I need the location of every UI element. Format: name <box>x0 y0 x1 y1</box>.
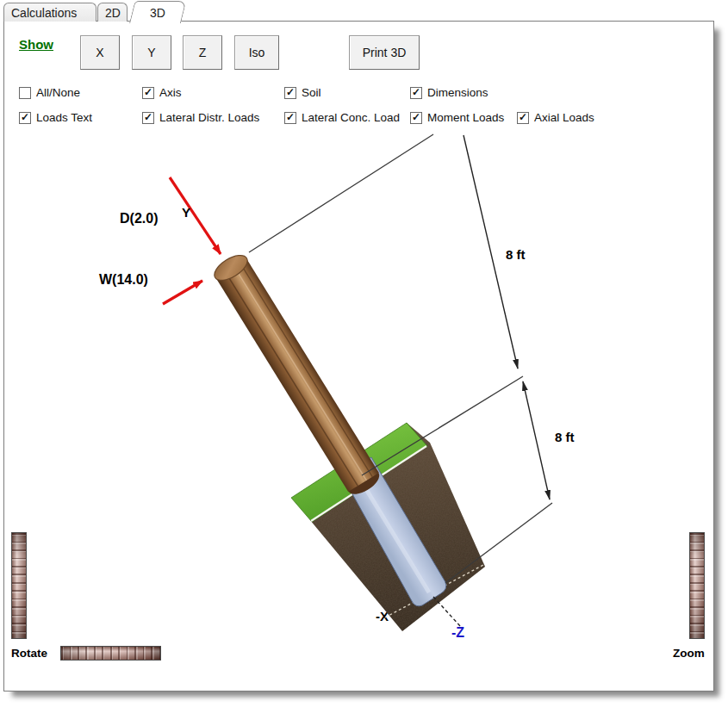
wood-grain-line <box>233 266 366 481</box>
rotate-vertical-slider[interactable] <box>11 532 27 639</box>
tab-2d-label: 2D <box>105 6 121 20</box>
checkbox-lateral-distr-loads[interactable]: Lateral Distr. Loads <box>142 111 259 124</box>
checkbox-axis-box[interactable] <box>142 87 154 99</box>
view-y-button[interactable]: Y <box>132 35 171 70</box>
view-iso-button-label: Iso <box>249 46 265 59</box>
checkbox-axis[interactable]: Axis <box>142 86 182 99</box>
axial-load-label: D(2.0) <box>120 211 158 226</box>
print-3d-button-label: Print 3D <box>363 46 407 59</box>
checkbox-moment-loads-box[interactable] <box>410 112 422 124</box>
checkbox-lateral-distr-loads-box[interactable] <box>142 112 154 124</box>
checkbox-dimensions-label: Dimensions <box>427 86 488 99</box>
checkbox-lateral-distr-loads-label: Lateral Distr. Loads <box>159 111 259 124</box>
checkbox-soil-box[interactable] <box>284 87 296 99</box>
lateral-load-arrow <box>163 281 202 304</box>
pole-body <box>215 258 379 492</box>
checkbox-axial-loads[interactable]: Axial Loads <box>517 111 594 124</box>
checkbox-soil[interactable]: Soil <box>284 86 321 99</box>
pole <box>210 251 383 499</box>
rotate-horizontal-slider[interactable] <box>60 646 161 660</box>
view-z-button-label: Z <box>199 46 207 59</box>
extension-line-ground <box>362 376 523 475</box>
axis-y-label: Y <box>182 205 190 220</box>
view-x-button[interactable]: X <box>80 35 120 70</box>
dimension-lower-label: 8 ft <box>555 430 575 444</box>
tab-3d-label: 3D <box>140 6 176 20</box>
checkbox-moment-loads[interactable]: Moment Loads <box>410 111 504 124</box>
extension-line-pole-top <box>249 134 433 252</box>
checkbox-axial-loads-label: Axial Loads <box>534 111 594 124</box>
tab-2d[interactable]: 2D <box>97 3 128 22</box>
app-window: Calculations 2D 3D Show X Y Z Iso Print … <box>0 0 728 707</box>
checkbox-dimensions[interactable]: Dimensions <box>410 86 488 99</box>
checkbox-lateral-conc-load[interactable]: Lateral Conc. Load <box>284 111 400 124</box>
tab-calculations[interactable]: Calculations <box>3 3 96 22</box>
show-link[interactable]: Show <box>19 37 53 52</box>
rotate-label: Rotate <box>11 647 47 660</box>
view-y-button-label: Y <box>147 46 155 59</box>
checkbox-loads-text-label: Loads Text <box>36 111 92 124</box>
checkbox-dimensions-box[interactable] <box>410 87 422 99</box>
dimension-line-lower <box>523 381 550 499</box>
checkbox-axis-label: Axis <box>159 86 182 99</box>
view-z-button[interactable]: Z <box>183 35 222 70</box>
checkbox-all-none[interactable]: All/None <box>19 86 80 99</box>
checkbox-moment-loads-label: Moment Loads <box>427 111 504 124</box>
checkbox-loads-text-box[interactable] <box>19 112 31 124</box>
checkbox-soil-label: Soil <box>302 86 321 99</box>
checkbox-all-none-box[interactable] <box>19 87 31 99</box>
wood-grain-line <box>225 271 358 486</box>
lateral-load-label: W(14.0) <box>99 272 148 287</box>
view-iso-button[interactable]: Iso <box>234 35 279 70</box>
checkbox-lateral-conc-load-box[interactable] <box>284 112 296 124</box>
print-3d-button[interactable]: Print 3D <box>349 35 420 70</box>
zoom-label: Zoom <box>673 647 705 660</box>
checkbox-lateral-conc-load-label: Lateral Conc. Load <box>302 111 400 124</box>
checkbox-all-none-label: All/None <box>36 86 80 99</box>
checkbox-loads-text[interactable]: Loads Text <box>19 111 92 124</box>
wood-grain-line <box>240 263 372 477</box>
viewport-3d[interactable]: -X <box>0 121 728 646</box>
axis-neg-z-label: -Z <box>451 625 464 640</box>
view-x-button-label: X <box>96 46 103 59</box>
checkbox-axial-loads-box[interactable] <box>517 112 529 124</box>
tab-calculations-label: Calculations <box>11 6 77 20</box>
zoom-vertical-slider[interactable] <box>689 532 705 639</box>
dimension-upper-label: 8 ft <box>506 247 526 262</box>
axial-load-arrow <box>170 177 221 254</box>
tab-3d[interactable]: 3D <box>129 1 186 23</box>
